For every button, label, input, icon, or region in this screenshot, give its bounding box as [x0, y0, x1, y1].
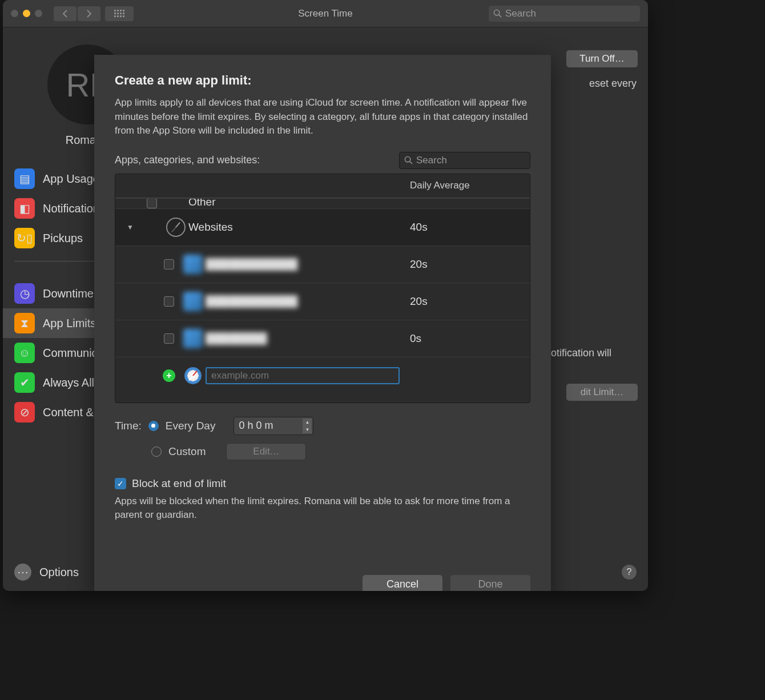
sheet-description: App limits apply to all devices that are…: [115, 96, 530, 138]
traffic-lights: [11, 10, 42, 17]
toolbar-search-placeholder: Search: [505, 8, 536, 19]
time-row: Time: Every Day 0 h 0 m ▲ ▼: [115, 417, 530, 435]
svg-point-0: [494, 10, 499, 15]
safari-icon: [184, 367, 202, 384]
window-title: Screen Time: [298, 8, 352, 19]
bg-text-reset: eset every: [589, 78, 637, 90]
list-rows[interactable]: Other ▼ Websites 40s: [115, 198, 530, 403]
custom-row: Custom Edit…: [115, 443, 530, 460]
done-button[interactable]: Done: [450, 575, 530, 591]
preferences-window: Screen Time Search RL Romana ▤App Usage …: [3, 0, 648, 591]
block-description: Apps will be blocked when the limit expi…: [115, 494, 530, 522]
search-icon: [404, 156, 413, 164]
minimize-window-icon[interactable]: [23, 10, 30, 17]
row-name: ████████████: [206, 295, 410, 308]
back-button[interactable]: [54, 6, 76, 21]
list-header-row: Apps, categories, and websites: Search: [115, 152, 530, 169]
svg-line-1: [499, 15, 501, 17]
help-button[interactable]: ?: [622, 565, 637, 580]
website-url-input[interactable]: [206, 367, 400, 384]
sidebar-item-label: App Limits: [43, 317, 96, 330]
forward-button[interactable]: [78, 6, 100, 21]
content-privacy-icon: ⊘: [14, 402, 35, 423]
list-row-other[interactable]: Other: [115, 198, 530, 208]
dialog-buttons: Cancel Done: [363, 575, 530, 591]
edit-limit-button[interactable]: dit Limit…: [566, 384, 638, 401]
website-icon: [183, 255, 203, 274]
block-checkbox[interactable]: ✓: [115, 478, 126, 489]
sidebar-item-label: Options: [39, 566, 79, 579]
bg-text-notification: otification will: [551, 347, 637, 359]
time-label: Time:: [115, 420, 142, 432]
checkbox[interactable]: [164, 296, 174, 307]
list-column-header: Daily Average: [115, 174, 530, 198]
notifications-icon: ◧: [14, 198, 35, 219]
custom-radio[interactable]: [151, 446, 162, 457]
sidebar-item-label: Pickups: [43, 232, 83, 245]
main-body: RL Romana ▤App Usage ◧Notifications ↻▯Pi…: [3, 27, 648, 591]
stepper-down-icon[interactable]: ▼: [303, 426, 312, 433]
custom-label: Custom: [168, 445, 206, 458]
apps-list: Daily Average Other ▼: [115, 174, 530, 403]
row-name: ████████████: [206, 258, 410, 271]
stepper-up-icon[interactable]: ▲: [303, 419, 312, 426]
row-value: 20s: [410, 295, 530, 308]
nav-buttons: [54, 6, 100, 21]
every-day-radio[interactable]: [148, 421, 159, 431]
row-name: Websites: [188, 221, 410, 234]
pickups-icon: ↻▯: [14, 228, 35, 248]
row-value: 40s: [410, 221, 530, 234]
list-search-input[interactable]: Search: [399, 152, 530, 169]
show-all-button[interactable]: [105, 6, 134, 21]
list-row-website-2[interactable]: ████████████ 20s: [115, 283, 530, 320]
checkbox[interactable]: [147, 198, 157, 208]
compass-icon: [166, 218, 186, 237]
svg-point-2: [405, 157, 410, 162]
website-icon: [183, 329, 203, 348]
create-app-limit-sheet: Create a new app limit: App limits apply…: [94, 55, 551, 591]
zoom-window-icon[interactable]: [35, 10, 42, 17]
every-day-label: Every Day: [166, 420, 216, 432]
time-value: 0 h 0 m: [239, 420, 273, 432]
list-row-website-1[interactable]: ████████████ 20s: [115, 246, 530, 283]
website-icon: [183, 292, 203, 311]
list-row-website-3[interactable]: ████████ 0s: [115, 320, 530, 357]
time-stepper[interactable]: 0 h 0 m ▲ ▼: [233, 417, 313, 435]
close-window-icon[interactable]: [11, 10, 18, 17]
list-row-websites[interactable]: ▼ Websites 40s: [115, 208, 530, 246]
row-value: 20s: [410, 258, 530, 271]
list-row-add-website: +: [115, 357, 530, 394]
block-at-end-row: ✓ Block at end of limit: [115, 477, 530, 490]
edit-button: Edit…: [226, 443, 306, 460]
toolbar-search[interactable]: Search: [489, 6, 640, 22]
svg-line-3: [410, 162, 412, 164]
search-icon: [493, 9, 502, 18]
checkbox[interactable]: [164, 333, 174, 344]
list-search-placeholder: Search: [416, 155, 447, 166]
row-name: Other: [188, 198, 410, 208]
downtime-icon: ◷: [14, 283, 35, 304]
turn-off-button[interactable]: Turn Off…: [566, 50, 638, 67]
daily-average-header: Daily Average: [410, 180, 530, 191]
always-allowed-icon: ✔: [14, 372, 35, 393]
disclosure-triangle-icon[interactable]: ▼: [127, 223, 140, 231]
app-limits-icon: ⧗: [14, 313, 35, 333]
cancel-button[interactable]: Cancel: [363, 575, 442, 591]
titlebar: Screen Time Search: [3, 0, 648, 27]
app-usage-icon: ▤: [14, 168, 35, 189]
communication-icon: ☺: [14, 343, 35, 363]
list-label: Apps, categories, and websites:: [115, 154, 260, 166]
row-value: 0s: [410, 332, 530, 345]
row-name: ████████: [206, 332, 410, 345]
block-label: Block at end of limit: [132, 477, 226, 490]
options-icon: ⋯: [14, 564, 31, 581]
sidebar-item-options[interactable]: ⋯ Options: [14, 564, 79, 581]
sheet-title: Create a new app limit:: [115, 73, 530, 88]
checkbox[interactable]: [164, 259, 174, 269]
add-website-button[interactable]: +: [163, 369, 175, 382]
sidebar-item-label: Downtime: [43, 287, 94, 300]
sidebar-item-label: App Usage: [43, 172, 99, 186]
stepper-buttons: ▲ ▼: [303, 419, 312, 433]
